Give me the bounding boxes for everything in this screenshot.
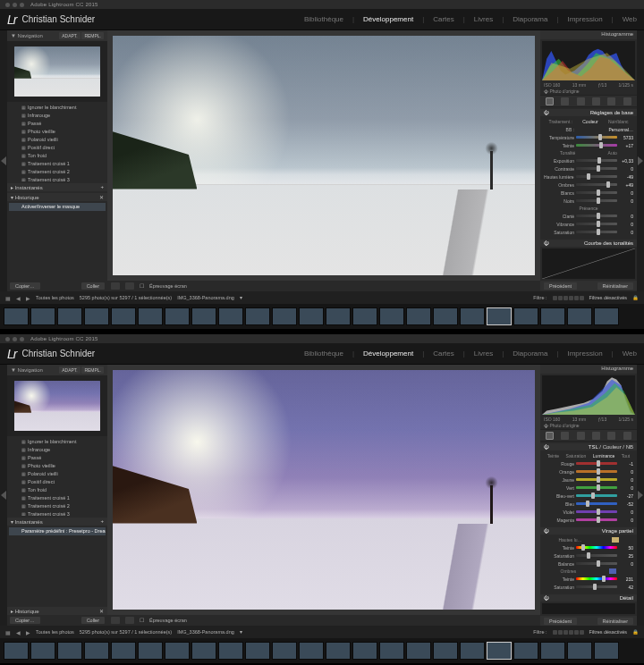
- list-item[interactable]: ▦Ignorer le blanchiment: [9, 104, 106, 112]
- lum-blue-slider[interactable]: [576, 502, 617, 505]
- filter-color-labels[interactable]: [553, 296, 584, 300]
- orig-photo-toggle[interactable]: ⏻ Photo d'origine: [544, 423, 580, 428]
- module-print[interactable]: Impression: [567, 349, 602, 358]
- copy-button[interactable]: Copier…: [10, 617, 40, 624]
- photo-preview[interactable]: [113, 36, 535, 275]
- navigator-header[interactable]: ▼ Navigation ADAPT. REMPL.: [7, 30, 107, 41]
- list-item[interactable]: ▦Photo vieillie: [9, 462, 106, 470]
- vibrance-slider[interactable]: [576, 223, 617, 225]
- split-header[interactable]: ⏻Virage partiel: [540, 527, 637, 535]
- treat-color-btn[interactable]: Couleur: [582, 119, 598, 124]
- win-close-icon[interactable]: [5, 3, 10, 7]
- snapshots-header[interactable]: ▸ Instantanés+: [7, 183, 107, 191]
- module-book[interactable]: Livres: [474, 15, 493, 23]
- filter-lock-icon[interactable]: 🔒: [632, 295, 639, 300]
- treat-bw-btn[interactable]: Noir/blanc: [608, 119, 629, 124]
- copy-button[interactable]: Copier…: [10, 282, 40, 290]
- reset-button[interactable]: Réinitialiser: [597, 282, 633, 290]
- list-item[interactable]: ▦Photo vieillie: [9, 128, 106, 136]
- lum-green-slider[interactable]: [576, 486, 617, 489]
- exposure-slider[interactable]: [576, 159, 617, 162]
- module-develop[interactable]: Développement: [363, 15, 413, 23]
- nav-fill-btn[interactable]: REMPL.: [81, 32, 104, 39]
- detail-preview[interactable]: [542, 603, 635, 614]
- list-item[interactable]: ▦Traitement croisé 3: [9, 176, 106, 181]
- grid-icon[interactable]: ▦: [5, 295, 11, 301]
- snapshots-header[interactable]: ▾ Instantanés+: [7, 518, 107, 526]
- module-map[interactable]: Cartes: [433, 15, 454, 23]
- grid-icon[interactable]: ▦: [5, 629, 11, 636]
- list-item[interactable]: ▦Traitement croisé 2: [9, 502, 106, 510]
- reset-button[interactable]: Réinitialiser: [597, 618, 633, 625]
- brush-tool-icon[interactable]: [623, 432, 631, 440]
- grad-filter-icon[interactable]: [592, 97, 600, 105]
- orig-photo-toggle[interactable]: ⏻ Photo d'origine: [544, 88, 580, 94]
- highlights-slider[interactable]: [576, 175, 617, 178]
- redeye-tool-icon[interactable]: [577, 432, 585, 440]
- win-max-icon[interactable]: [20, 3, 24, 7]
- histogram[interactable]: [542, 41, 635, 80]
- loupe-view-icon[interactable]: [111, 617, 120, 624]
- lum-magenta-slider[interactable]: [576, 518, 617, 521]
- split-balance-slider[interactable]: [576, 562, 617, 565]
- soft-proof-checkbox[interactable]: ☐: [140, 283, 144, 289]
- list-item[interactable]: ▦Ton froid: [9, 152, 106, 160]
- module-library[interactable]: Bibliothèque: [304, 15, 343, 23]
- module-library[interactable]: Bibliothèque: [304, 349, 343, 358]
- module-book[interactable]: Livres: [474, 349, 493, 358]
- sh-swatch[interactable]: [609, 568, 616, 574]
- list-item[interactable]: ▦Traitement croisé 2: [9, 168, 106, 176]
- paste-button[interactable]: Coller: [81, 282, 105, 290]
- win-close-icon[interactable]: [5, 337, 10, 341]
- navigator-header[interactable]: ▼ Navigation ADAPT. REMPL.: [7, 365, 107, 375]
- module-web[interactable]: Web: [623, 349, 637, 358]
- list-item[interactable]: ▦Infrarouge: [9, 446, 106, 454]
- module-map[interactable]: Cartes: [433, 349, 454, 358]
- temperature-slider[interactable]: [576, 136, 617, 139]
- spot-tool-icon[interactable]: [561, 432, 569, 440]
- brush-tool-icon[interactable]: [623, 97, 631, 105]
- lum-yellow-slider[interactable]: [576, 478, 617, 481]
- nav-fill-btn[interactable]: REMPL.: [81, 366, 104, 374]
- compare-view-icon[interactable]: [125, 617, 134, 624]
- breadcrumb[interactable]: Toutes les photos: [36, 629, 74, 635]
- list-item[interactable]: ▦Passé: [9, 120, 106, 128]
- tab-saturation[interactable]: Saturation: [566, 453, 587, 459]
- win-min-icon[interactable]: [13, 337, 17, 341]
- histogram[interactable]: [542, 375, 635, 415]
- module-slideshow[interactable]: Diaporama: [513, 349, 547, 358]
- histogram-header[interactable]: Histogramme: [540, 30, 637, 39]
- presets-tree[interactable]: ▦Ignorer le blanchiment ▦Infrarouge ▦Pas…: [7, 436, 107, 516]
- curves-header[interactable]: ⏻Courbe des tonalités: [540, 240, 637, 247]
- list-item[interactable]: ▦Ton froid: [9, 486, 106, 494]
- presets-tree[interactable]: ▦Ignorer le blanchiment ▦Infrarouge ▦Pas…: [7, 102, 107, 181]
- history-header[interactable]: ▾ Historique✕: [7, 193, 107, 201]
- navigator-thumb[interactable]: [14, 46, 100, 97]
- crop-tool-icon[interactable]: [546, 97, 554, 105]
- tint-slider[interactable]: [576, 144, 617, 147]
- history-header[interactable]: ▸ Historique✕: [7, 607, 107, 615]
- nav-fit-btn[interactable]: ADAPT.: [59, 32, 80, 39]
- list-item[interactable]: ▦Ignorer le blanchiment: [9, 438, 106, 446]
- list-item[interactable]: ▦Traitement croisé 1: [9, 494, 106, 502]
- left-grip[interactable]: [0, 30, 7, 291]
- win-max-icon[interactable]: [20, 337, 24, 341]
- filters-off-link[interactable]: Filtres désactivés: [589, 295, 628, 300]
- back-icon[interactable]: ◀: [16, 295, 21, 301]
- tab-luminance[interactable]: Luminance: [593, 453, 614, 459]
- radial-filter-icon[interactable]: [607, 432, 615, 440]
- fwd-icon[interactable]: ▶: [26, 629, 30, 636]
- photo-preview[interactable]: [113, 370, 535, 610]
- list-item[interactable]: ▦Polaroid vieilli: [9, 136, 106, 144]
- grad-filter-icon[interactable]: [592, 432, 600, 440]
- list-item[interactable]: ▦Polaroid vieilli: [9, 470, 106, 478]
- split-hl-sat-slider[interactable]: [576, 554, 617, 557]
- breadcrumb[interactable]: Toutes les photos: [36, 295, 74, 300]
- win-min-icon[interactable]: [13, 3, 17, 7]
- snapshot-row[interactable]: Paramètre prédéfini : Presetpro - Dreami…: [9, 527, 106, 535]
- loupe-view-icon[interactable]: [111, 282, 120, 290]
- module-slideshow[interactable]: Diaporama: [513, 15, 547, 23]
- whites-slider[interactable]: [576, 191, 617, 194]
- lum-aqua-slider[interactable]: [576, 494, 617, 497]
- list-item[interactable]: ▦Traitement croisé 3: [9, 510, 106, 516]
